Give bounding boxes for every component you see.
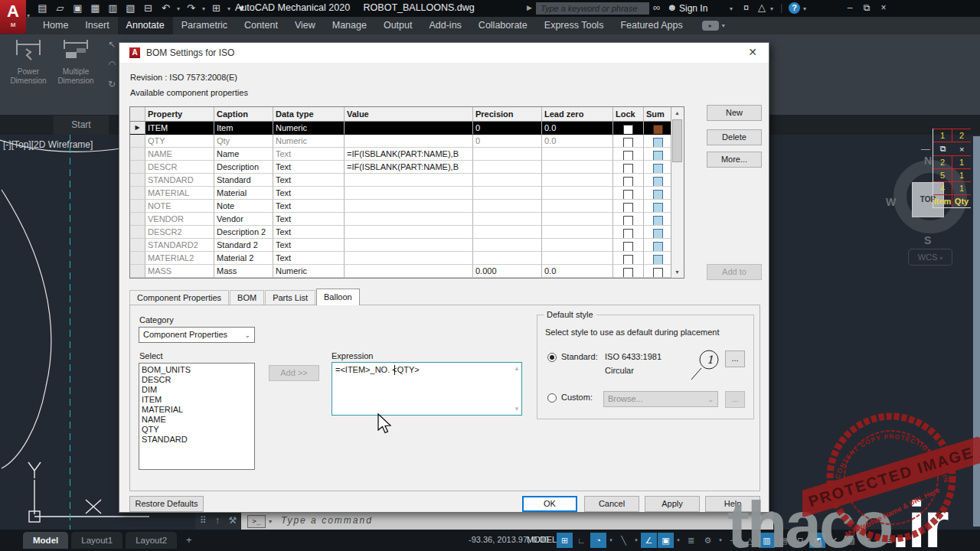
sum-checkbox[interactable] <box>653 151 663 161</box>
apply-button[interactable]: Apply <box>645 496 700 512</box>
table-row[interactable]: NAMENameText=IF(ISBLANK(PART:NAME),B <box>130 148 671 161</box>
cell-data-type[interactable]: Numeric <box>273 265 345 278</box>
cell-lead-zero[interactable] <box>542 148 613 161</box>
layout-tab-layout2[interactable]: Layout2 <box>126 532 177 549</box>
cell-data-type[interactable]: Text <box>273 148 345 161</box>
delete-button[interactable]: Delete <box>707 129 762 145</box>
minimize-button[interactable]: – <box>842 1 858 15</box>
dropdown-caret-icon[interactable]: ▾ <box>175 5 182 12</box>
cell-lead-zero[interactable] <box>542 200 613 213</box>
tab-parts-list[interactable]: Parts List <box>265 290 315 305</box>
grip-dots-icon[interactable]: ⠿ <box>200 515 207 526</box>
row-selector[interactable] <box>130 135 145 148</box>
row-selector[interactable] <box>130 148 145 161</box>
cell-lead-zero[interactable]: 0.0 <box>542 135 613 148</box>
property-select-list[interactable]: BOM_UNITSDESCRDIMITEMMATERIALNAMEQTYSTAN… <box>139 363 255 470</box>
row-selector[interactable] <box>130 239 145 252</box>
ribbon-tab-parametric[interactable]: Parametric <box>173 17 236 34</box>
cell-property[interactable]: MATERIAL2 <box>145 252 214 265</box>
cell-data-type[interactable]: Numeric <box>273 135 345 148</box>
expr-scroll-up-icon[interactable]: ▲ <box>514 365 520 372</box>
plot-icon[interactable]: ⊟ <box>139 2 157 15</box>
cell-sum[interactable] <box>644 252 671 265</box>
cell-lead-zero[interactable] <box>542 187 613 200</box>
cell-data-type[interactable]: Text <box>273 213 345 226</box>
cell-precision[interactable] <box>473 174 542 187</box>
sum-checkbox[interactable] <box>653 216 663 226</box>
table-row[interactable]: MATERIAL2Material 2Text <box>130 252 671 265</box>
lock-checkbox[interactable] <box>623 164 633 174</box>
cell-property[interactable]: MASS <box>145 265 214 278</box>
isodraft-icon[interactable]: ╲ <box>616 533 632 548</box>
table-row[interactable]: DESCR2Description 2Text <box>130 226 671 239</box>
sign-in-caret-icon[interactable]: ▾ <box>730 5 733 12</box>
lock-checkbox[interactable] <box>623 151 633 161</box>
cell-sum[interactable] <box>644 122 671 135</box>
add-layout-button[interactable]: + <box>180 532 198 551</box>
expression-input[interactable]: =<ITEM>_NO. <QTY> ▲ ▼ <box>332 362 522 416</box>
cell-sum[interactable] <box>644 226 671 239</box>
table-row[interactable]: STANDARD2Standard 2Text <box>130 239 671 252</box>
osnap-tracking-icon[interactable]: ∠ <box>641 533 657 548</box>
lock-checkbox[interactable] <box>623 177 633 187</box>
isodraft-dropdown-icon[interactable]: ▾ <box>632 533 640 548</box>
cell-property[interactable]: NOTE <box>145 200 214 213</box>
sum-checkbox[interactable] <box>653 229 663 239</box>
list-item[interactable]: ITEM <box>139 395 254 405</box>
cell-lock[interactable] <box>613 200 644 213</box>
list-item[interactable]: NAME <box>139 415 254 425</box>
cell-lead-zero[interactable] <box>542 226 613 239</box>
ribbon-tab-home[interactable]: Home <box>34 17 77 34</box>
save-to-mobile-icon[interactable]: ▥ <box>104 2 122 15</box>
sum-checkbox[interactable] <box>653 203 663 213</box>
cell-value[interactable] <box>345 252 473 265</box>
angular-dimension-icon[interactable]: ↻ <box>108 79 116 90</box>
osnap-dropdown-icon[interactable]: ▾ <box>675 533 682 548</box>
lock-checkbox[interactable] <box>623 203 633 213</box>
lock-checkbox[interactable] <box>623 255 633 265</box>
cell-property[interactable]: QTY <box>145 135 214 148</box>
custom-radio[interactable] <box>547 393 557 403</box>
close-button[interactable]: × <box>876 1 891 15</box>
list-item[interactable]: QTY <box>139 425 254 435</box>
cell-data-type[interactable]: Text <box>273 200 345 213</box>
ribbon-tab-content[interactable]: Content <box>236 17 286 34</box>
save-icon[interactable]: ▣ <box>69 2 87 15</box>
command-arrow-icon[interactable]: ↑ <box>215 515 220 526</box>
ribbon-tab-add-ins[interactable]: Add-ins <box>420 17 469 34</box>
dropdown-caret-icon[interactable]: ▾ <box>225 5 233 12</box>
row-selector[interactable] <box>130 226 145 239</box>
row-selector[interactable] <box>130 174 145 187</box>
list-item[interactable]: STANDARD <box>139 435 254 445</box>
cell-value[interactable] <box>345 213 473 226</box>
logo-caret-icon[interactable]: ▾ <box>27 12 30 19</box>
cell-property[interactable]: DESCR2 <box>145 226 214 239</box>
cell-caption[interactable]: Name <box>214 148 273 161</box>
cell-precision[interactable]: 0 <box>473 122 542 135</box>
cell-data-type[interactable]: Text <box>273 239 345 252</box>
cell-caption[interactable]: Vendor <box>214 213 273 226</box>
lock-checkbox[interactable] <box>623 138 633 148</box>
cell-sum[interactable] <box>644 148 671 161</box>
sum-checkbox[interactable] <box>653 190 663 200</box>
cell-caption[interactable]: Standard <box>214 174 273 187</box>
cell-lock[interactable] <box>613 135 644 148</box>
cell-property[interactable]: MATERIAL <box>145 187 214 200</box>
command-prompt-icon[interactable]: >_ <box>247 515 266 528</box>
cell-precision[interactable] <box>473 213 542 226</box>
autocad-logo[interactable]: AM <box>0 0 26 34</box>
cell-lock[interactable] <box>613 239 644 252</box>
redo-icon[interactable]: ↷ <box>182 2 200 15</box>
sum-checkbox[interactable] <box>653 268 663 278</box>
cell-lock[interactable] <box>613 122 644 135</box>
new-button[interactable]: New <box>707 105 762 121</box>
row-selector[interactable]: ▶ <box>130 122 145 135</box>
cell-precision[interactable] <box>473 252 542 265</box>
table-row[interactable]: MATERIALMaterialText <box>130 187 671 200</box>
tab-bom[interactable]: BOM <box>230 290 264 305</box>
cell-lead-zero[interactable]: 0.0 <box>542 122 613 135</box>
dialog-close-icon[interactable]: ✕ <box>746 46 760 58</box>
standard-radio[interactable] <box>547 353 557 362</box>
polar-dropdown-icon[interactable]: ▾ <box>607 533 615 548</box>
ribbon-tab-annotate[interactable]: Annotate <box>118 17 173 34</box>
